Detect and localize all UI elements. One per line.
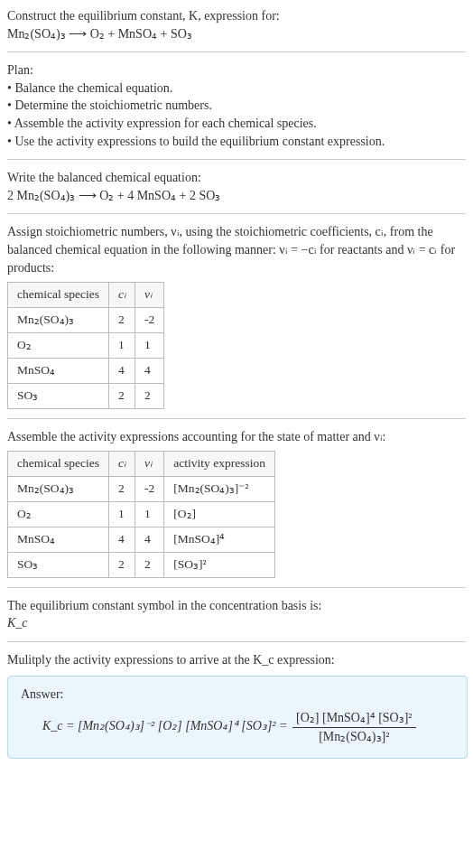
assign-block: Assign stoichiometric numbers, νᵢ, using… <box>7 223 466 408</box>
divider <box>7 641 466 642</box>
balanced-block: Write the balanced chemical equation: 2 … <box>7 169 466 204</box>
divider <box>7 587 466 588</box>
table-row: Mn₂(SO₄)₃ 2 -2 [Mn₂(SO₄)₃]⁻² <box>8 477 275 502</box>
table-row: MnSO₄ 4 4 [MnSO₄]⁴ <box>8 527 275 552</box>
stoich-table: chemical species cᵢ νᵢ Mn₂(SO₄)₃ 2 -2 O₂… <box>7 282 164 408</box>
balanced-title: Write the balanced chemical equation: <box>7 169 466 187</box>
plan-block: Plan: • Balance the chemical equation. •… <box>7 61 466 150</box>
cell-vi: 1 <box>135 501 164 527</box>
cell-species: MnSO₄ <box>8 358 109 383</box>
activity-text: Assemble the activity expressions accoun… <box>7 428 466 446</box>
table-row: MnSO₄ 4 4 <box>8 358 164 383</box>
cell-vi: 2 <box>135 552 164 577</box>
table-header-row: chemical species cᵢ νᵢ activity expressi… <box>8 452 275 477</box>
cell-vi: 4 <box>135 358 164 383</box>
cell-activity: [SO₃]² <box>164 552 275 577</box>
cell-ci: 2 <box>109 477 135 502</box>
table-header-row: chemical species cᵢ νᵢ <box>8 283 164 308</box>
cell-species: O₂ <box>8 501 109 527</box>
cell-ci: 4 <box>109 527 135 552</box>
col-species: chemical species <box>8 283 109 308</box>
activity-table: chemical species cᵢ νᵢ activity expressi… <box>7 451 275 577</box>
symbol-line1: The equilibrium constant symbol in the c… <box>7 597 466 615</box>
cell-ci: 2 <box>109 552 135 577</box>
divider <box>7 159 466 160</box>
answer-fraction: [O₂] [MnSO₄]⁴ [SO₃]² [Mn₂(SO₄)₃]² <box>292 709 416 745</box>
answer-denominator: [Mn₂(SO₄)₃]² <box>292 728 416 746</box>
cell-ci: 2 <box>109 383 135 408</box>
divider <box>7 51 466 52</box>
plan-title: Plan: <box>7 61 466 79</box>
divider <box>7 418 466 419</box>
col-vi: νᵢ <box>135 452 164 477</box>
cell-ci: 4 <box>109 358 135 383</box>
intro-block: Construct the equilibrium constant, K, e… <box>7 7 466 42</box>
answer-label: Answer: <box>21 686 454 704</box>
divider <box>7 213 466 214</box>
cell-vi: 1 <box>135 332 164 358</box>
intro-line1: Construct the equilibrium constant, K, e… <box>7 7 466 25</box>
cell-activity: [MnSO₄]⁴ <box>164 527 275 552</box>
col-vi: νᵢ <box>135 283 164 308</box>
cell-species: SO₃ <box>8 552 109 577</box>
plan-item: • Use the activity expressions to build … <box>7 133 466 151</box>
cell-species: MnSO₄ <box>8 527 109 552</box>
table-row: O₂ 1 1 [O₂] <box>8 501 275 527</box>
cell-species: SO₃ <box>8 383 109 408</box>
multiply-text: Mulitply the activity expressions to arr… <box>7 651 466 669</box>
symbol-block: The equilibrium constant symbol in the c… <box>7 597 466 632</box>
assign-text: Assign stoichiometric numbers, νᵢ, using… <box>7 223 466 276</box>
answer-numerator: [O₂] [MnSO₄]⁴ [SO₃]² <box>292 709 416 728</box>
col-ci: cᵢ <box>109 452 135 477</box>
cell-ci: 2 <box>109 308 135 333</box>
cell-ci: 1 <box>109 332 135 358</box>
cell-species: Mn₂(SO₄)₃ <box>8 308 109 333</box>
activity-block: Assemble the activity expressions accoun… <box>7 428 466 578</box>
col-activity: activity expression <box>164 452 275 477</box>
col-species: chemical species <box>8 452 109 477</box>
table-row: SO₃ 2 2 [SO₃]² <box>8 552 275 577</box>
multiply-block: Mulitply the activity expressions to arr… <box>7 651 466 669</box>
cell-activity: [Mn₂(SO₄)₃]⁻² <box>164 477 275 502</box>
cell-vi: 2 <box>135 383 164 408</box>
answer-expression: K_c = [Mn₂(SO₄)₃]⁻² [O₂] [MnSO₄]⁴ [SO₃]²… <box>21 709 454 745</box>
table-row: Mn₂(SO₄)₃ 2 -2 <box>8 308 164 333</box>
answer-lhs: K_c = [Mn₂(SO₄)₃]⁻² [O₂] [MnSO₄]⁴ [SO₃]²… <box>42 719 291 733</box>
cell-species: Mn₂(SO₄)₃ <box>8 477 109 502</box>
balanced-equation: 2 Mn₂(SO₄)₃ ⟶ O₂ + 4 MnSO₄ + 2 SO₃ <box>7 187 466 205</box>
cell-species: O₂ <box>8 332 109 358</box>
cell-vi: -2 <box>135 477 164 502</box>
plan-item: • Determine the stoichiometric numbers. <box>7 97 466 115</box>
plan-item: • Balance the chemical equation. <box>7 79 466 98</box>
cell-vi: -2 <box>135 308 164 333</box>
symbol-kc: K_c <box>7 614 466 632</box>
table-row: O₂ 1 1 <box>8 332 164 358</box>
col-ci: cᵢ <box>109 283 135 308</box>
cell-activity: [O₂] <box>164 501 275 527</box>
unbalanced-equation: Mn₂(SO₄)₃ ⟶ O₂ + MnSO₄ + SO₃ <box>7 25 466 43</box>
table-row: SO₃ 2 2 <box>8 383 164 408</box>
cell-ci: 1 <box>109 501 135 527</box>
plan-item: • Assemble the activity expression for e… <box>7 115 466 133</box>
cell-vi: 4 <box>135 527 164 552</box>
answer-box: Answer: K_c = [Mn₂(SO₄)₃]⁻² [O₂] [MnSO₄]… <box>7 676 468 759</box>
